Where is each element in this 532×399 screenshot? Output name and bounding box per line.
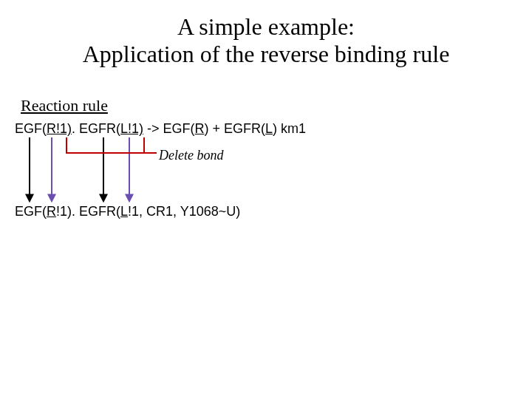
target-seg-1: EGF( xyxy=(15,204,47,219)
rule-seg-2: R!1) xyxy=(47,121,72,136)
rule-seg-4: L!1) xyxy=(120,121,143,136)
annotation-delete-bond: Delete bond xyxy=(159,148,223,163)
rule-seg-1: EGF( xyxy=(15,121,47,136)
slide-title: A simple example: Application of the rev… xyxy=(0,13,532,68)
title-line-1: A simple example: xyxy=(177,13,355,40)
section-heading: Reaction rule xyxy=(21,96,108,115)
target-seg-2: R xyxy=(47,204,56,219)
reaction-rule-text: EGF(R!1). EGFR(L!1) -> EGF(R) + EGFR(L) … xyxy=(15,121,306,137)
rule-seg-9: ) km1 xyxy=(273,121,306,136)
rule-seg-7: ) + EGFR( xyxy=(205,121,266,136)
target-seg-4: L xyxy=(120,204,128,219)
target-seg-3: !1). EGFR( xyxy=(56,204,120,219)
target-seg-5: !1, CR1, Y1068~U) xyxy=(128,204,240,219)
title-line-2: Application of the reverse binding rule xyxy=(83,41,450,67)
rule-seg-3: . EGFR( xyxy=(72,121,120,136)
rule-seg-8: L xyxy=(265,121,273,136)
rule-seg-5: -> EGF( xyxy=(143,121,195,136)
slide: A simple example: Application of the rev… xyxy=(0,0,532,399)
rule-seg-6: R xyxy=(195,121,205,136)
bond-bracket xyxy=(66,137,144,153)
target-pattern-text: EGF(R!1). EGFR(L!1, CR1, Y1068~U) xyxy=(15,204,240,219)
